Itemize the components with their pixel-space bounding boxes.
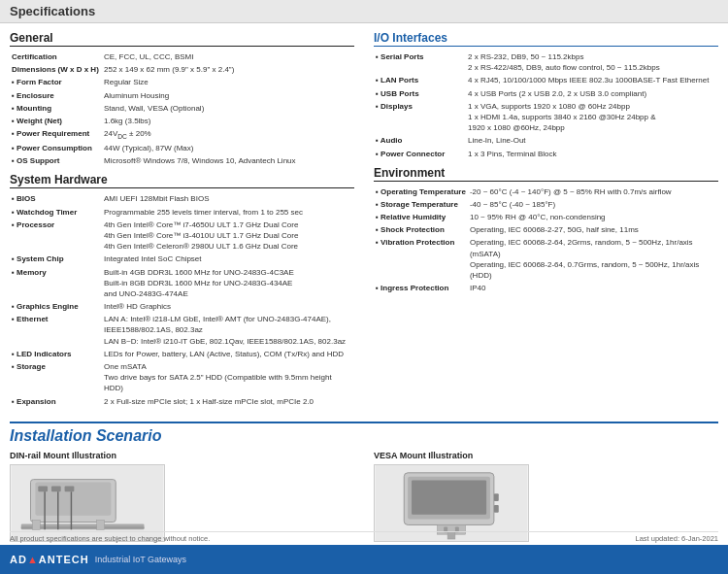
table-row: ▪ Power Connector 1 x 3 Pins, Terminal B…	[374, 148, 718, 160]
footer-note-bar: All product specifications are subject t…	[10, 531, 718, 543]
memory-label: ▪ Memory	[10, 266, 102, 301]
table-row: ▪ Serial Ports 2 x RS-232, DB9, 50 ~ 115…	[374, 51, 718, 74]
weight-value: 1.6kg (3.5lbs)	[102, 115, 354, 127]
graphics-label: ▪ Graphics Engine	[10, 300, 102, 313]
storage-value: One mSATA Two drive bays for SATA 2.5" H…	[102, 360, 354, 395]
storage-label: ▪ Storage	[10, 360, 102, 395]
table-row: Dimensions (W x D x H) 252 x 149 x 62 mm…	[10, 63, 354, 76]
bios-label: ▪ BIOS	[10, 192, 102, 205]
shock-value: Operating, IEC 60068-2-27, 50G, half sin…	[468, 223, 718, 236]
installation-images: DIN-rail Mount Illustration	[10, 451, 718, 542]
table-row: ▪ System Chip Integrated Intel SoC Chips…	[10, 253, 354, 265]
system-chip-value: Integrated Intel SoC Chipset	[102, 253, 354, 265]
lan-ports-label: ▪ LAN Ports	[374, 74, 466, 86]
processor-value: 4th Gen Intel® Core™ i7-4650U ULT 1.7 GH…	[102, 219, 354, 253]
svg-rect-4	[51, 486, 61, 491]
cert-value: CE, FCC, UL, CCC, BSMI	[102, 51, 354, 63]
footer-brand: AD▲ANTECH Industrial IoT Gateways	[10, 554, 186, 565]
table-row: ▪ Storage Temperature -40 ~ 85°C (-40 ~ …	[374, 198, 718, 211]
power-req-label: ▪ Power Requirement	[10, 127, 102, 142]
system-hardware-table: ▪ BIOS AMI UEFI 128Mbit Flash BIOS ▪ Wat…	[10, 192, 354, 407]
mounting-value: Stand, Wall, VESA (Optional)	[102, 102, 354, 115]
table-row: ▪ Expansion 2 x Full-size mPCIe slot; 1 …	[10, 395, 354, 408]
humidity-label: ▪ Relative Humidity	[374, 211, 468, 223]
led-label: ▪ LED Indicators	[10, 348, 102, 360]
table-row: ▪ Power Consumption 44W (Typical), 87W (…	[10, 142, 354, 154]
audio-label: ▪ Audio	[374, 134, 466, 147]
serial-ports-label: ▪ Serial Ports	[374, 51, 466, 74]
ethernet-value: LAN A: Intel® i218-LM GbE, Intel® AMT (f…	[102, 313, 354, 348]
power-connector-value: 1 x 3 Pins, Terminal Block	[466, 148, 718, 160]
io-interfaces-heading: I/O Interfaces	[374, 31, 718, 47]
watchdog-label: ▪ Watchdog Timer	[10, 206, 102, 219]
environment-heading: Environment	[374, 166, 718, 182]
svg-rect-21	[494, 493, 499, 501]
mounting-label: ▪ Mounting	[10, 102, 102, 115]
humidity-value: 10 ~ 95% RH @ 40°C, non-condensing	[468, 211, 718, 223]
general-table: Certification CE, FCC, UL, CCC, BSMI Dim…	[10, 51, 354, 167]
displays-value: 1 x VGA, supports 1920 x 1080 @ 60Hz 24b…	[466, 100, 718, 135]
memory-value: Built-in 4GB DDR3L 1600 MHz for UNO-2483…	[102, 266, 354, 301]
vesa-title: VESA Mount Illustration	[374, 451, 718, 460]
general-section: General Certification CE, FCC, UL, CCC, …	[10, 31, 354, 167]
table-row: ▪ Processor 4th Gen Intel® Core™ i7-4650…	[10, 219, 354, 253]
env-table: ▪ Operating Temperature -20 ~ 60°C (-4 ~…	[374, 186, 718, 295]
storage-temp-value: -40 ~ 85°C (-40 ~ 185°F)	[468, 198, 718, 211]
ingress-value: IP40	[468, 282, 718, 294]
power-cons-value: 44W (Typical), 87W (Max)	[102, 142, 354, 154]
svg-rect-8	[32, 520, 40, 529]
footer: AD▲ANTECH Industrial IoT Gateways	[0, 545, 728, 574]
table-row: ▪ Form Factor Regular Size	[10, 76, 354, 88]
table-row: ▪ BIOS AMI UEFI 128Mbit Flash BIOS	[10, 192, 354, 205]
table-row: ▪ Enclosure Aluminum Housing	[10, 89, 354, 102]
din-rail-block: DIN-rail Mount Illustration	[10, 451, 354, 542]
table-row: ▪ LED Indicators LEDs for Power, battery…	[10, 348, 354, 360]
footer-note-right: Last updated: 6-Jan-2021	[636, 534, 718, 543]
io-interfaces-section: I/O Interfaces ▪ Serial Ports 2 x RS-232…	[374, 31, 718, 160]
vesa-block: VESA Mount Illustration	[374, 451, 718, 542]
svg-rect-16	[412, 480, 486, 514]
led-value: LEDs for Power, battery, LAN (Active, St…	[102, 348, 354, 360]
vibration-label: ▪ Vibration Protection	[374, 236, 468, 282]
cert-label: Certification	[10, 51, 102, 63]
footer-subtitle: Industrial IoT Gateways	[95, 555, 186, 564]
table-row: ▪ Graphics Engine Intel® HD Graphics	[10, 300, 354, 313]
processor-label: ▪ Processor	[10, 219, 102, 253]
table-row: ▪ USB Ports 4 x USB Ports (2 x USB 2.0, …	[374, 87, 718, 100]
power-req-value: 24VDC ± 20%	[102, 127, 354, 142]
table-row: ▪ Weight (Net) 1.6kg (3.5lbs)	[10, 115, 354, 127]
vesa-image	[374, 464, 529, 542]
din-rail-title: DIN-rail Mount Illustration	[10, 451, 354, 460]
system-chip-label: ▪ System Chip	[10, 253, 102, 265]
storage-temp-label: ▪ Storage Temperature	[374, 198, 468, 211]
op-temp-value: -20 ~ 60°C (-4 ~ 140°F) @ 5 ~ 85% RH wit…	[468, 186, 718, 198]
usb-ports-label: ▪ USB Ports	[374, 87, 466, 100]
table-row: ▪ Watchdog Timer Programmable 255 levels…	[10, 206, 354, 219]
table-row: ▪ Memory Built-in 4GB DDR3L 1600 MHz for…	[10, 266, 354, 301]
os-label: ▪ OS Support	[10, 154, 102, 167]
table-row: ▪ Mounting Stand, Wall, VESA (Optional)	[10, 102, 354, 115]
lan-ports-value: 4 x RJ45, 10/100/1000 Mbps IEEE 802.3u 1…	[466, 74, 718, 86]
serial-ports-value: 2 x RS-232, DB9, 50 ~ 115.2kbps 2 x RS-4…	[466, 51, 718, 74]
ethernet-label: ▪ Ethernet	[10, 313, 102, 348]
displays-label: ▪ Displays	[374, 100, 466, 135]
weight-label: ▪ Weight (Net)	[10, 115, 102, 127]
vibration-value: Operating, IEC 60068-2-64, 2Grms, random…	[468, 236, 718, 282]
expansion-value: 2 x Full-size mPCIe slot; 1 x Half-size …	[102, 395, 354, 408]
table-row: ▪ Shock Protection Operating, IEC 60068-…	[374, 223, 718, 236]
enclosure-value: Aluminum Housing	[102, 89, 354, 102]
table-row: ▪ Audio Line-In, Line-Out	[374, 134, 718, 147]
expansion-label: ▪ Expansion	[10, 395, 102, 408]
system-hardware-section: System Hardware ▪ BIOS AMI UEFI 128Mbit …	[10, 173, 354, 407]
svg-rect-5	[65, 486, 75, 491]
system-hardware-heading: System Hardware	[10, 173, 354, 188]
table-row: ▪ Ingress Protection IP40	[374, 282, 718, 294]
footer-logo: AD▲ANTECH	[10, 554, 89, 565]
table-row: ▪ Vibration Protection Operating, IEC 60…	[374, 236, 718, 282]
table-row: ▪ Operating Temperature -20 ~ 60°C (-4 ~…	[374, 186, 718, 198]
installation-section: Installation Scenario DIN-rail Mount Ill…	[0, 416, 728, 542]
table-row: ▪ Displays 1 x VGA, supports 1920 x 1080…	[374, 100, 718, 135]
audio-value: Line-In, Line-Out	[466, 134, 718, 147]
footer-note-left: All product specifications are subject t…	[10, 534, 210, 543]
dimensions-value: 252 x 149 x 62 mm (9.9" x 5.9" x 2.4")	[102, 63, 354, 76]
